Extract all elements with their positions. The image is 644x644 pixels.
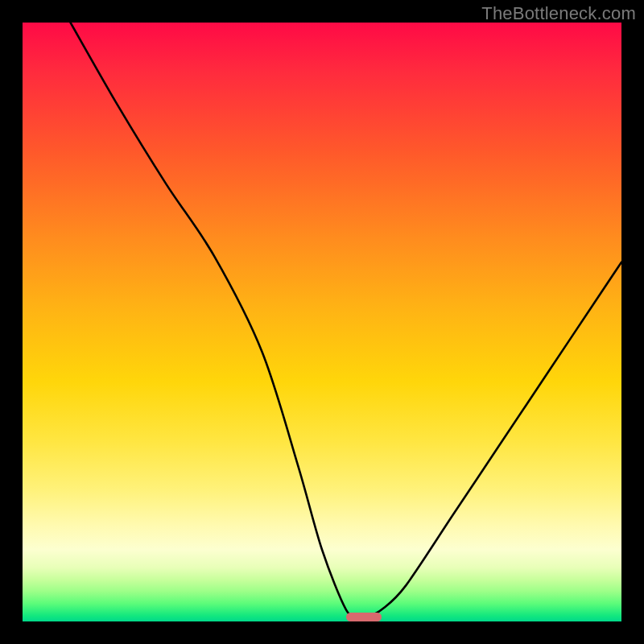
bottleneck-curve xyxy=(23,23,621,621)
plot-area xyxy=(23,23,621,621)
optimal-marker xyxy=(346,613,382,621)
watermark-text: TheBottleneck.com xyxy=(481,3,636,24)
chart-frame: TheBottleneck.com xyxy=(0,0,644,644)
